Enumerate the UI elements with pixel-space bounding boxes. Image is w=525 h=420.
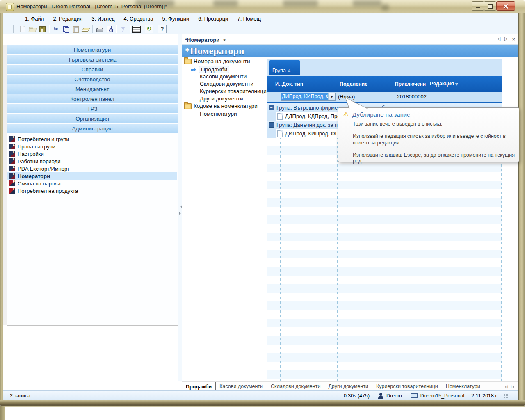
- toolbar-separator: [49, 25, 50, 33]
- minimize-button[interactable]: [472, 1, 484, 11]
- restore-button[interactable]: [484, 1, 496, 11]
- tab-numeratori[interactable]: *Номератори ×: [185, 36, 226, 44]
- column-header-redaktsiya[interactable]: Редакция ▽: [428, 81, 467, 87]
- tree-node-sales[interactable]: Продажби: [191, 66, 229, 73]
- form-icon: [9, 173, 15, 179]
- form-icon: [9, 151, 15, 157]
- database-icon: [411, 393, 418, 399]
- menu-file[interactable]: 1. Файл: [25, 16, 44, 22]
- group-by-button[interactable]: Група△: [269, 60, 300, 75]
- sidebar-section-spravki[interactable]: Справки: [7, 65, 178, 74]
- grid-view-icon[interactable]: [132, 26, 141, 33]
- tab-scroll-left-icon[interactable]: ◁: [497, 36, 500, 42]
- bottom-tab-warehouse-documents[interactable]: Складови документи: [267, 382, 324, 391]
- tree-node-cash-documents[interactable]: Касови документи: [200, 73, 247, 80]
- sidebar-section-schetovodstvo[interactable]: Счетоводство: [7, 75, 178, 84]
- sidebar-item-pda-export-import[interactable]: PDA Експорт/Импорт: [7, 165, 177, 172]
- sidebar-item-work-periods[interactable]: Работни периоди: [7, 158, 177, 165]
- menu-edit[interactable]: 2. Редакция: [53, 16, 82, 22]
- title-bar[interactable]: Номератори - Dreem Personal - [Dreem15_P…: [0, 0, 525, 13]
- sidebar-item-change-password[interactable]: Смяна на парола: [7, 180, 177, 187]
- restore-icon: [488, 4, 493, 9]
- group-by-band: Група△: [267, 59, 502, 76]
- bottom-tab-scroll-left-icon[interactable]: ◁: [505, 384, 508, 389]
- sidebar-item-numeratori[interactable]: Номератори: [7, 172, 177, 180]
- grid-header-row: И... Док. тип Поделение Приключени Редак…: [267, 76, 502, 92]
- bottom-tab-nomenclatures[interactable]: Номенклатури: [442, 382, 484, 391]
- column-gridline: [280, 138, 281, 381]
- bottom-tab-other-documents[interactable]: Други документи: [324, 382, 372, 391]
- status-bar: 2 записа 0.30s (475) Dreem Dreem15_Perso…: [3, 390, 518, 400]
- sidebar-section-kontrolen-panel[interactable]: Контролен панел: [7, 94, 178, 103]
- tree-node-courier-waybills[interactable]: Куриерски товарителници: [200, 88, 267, 94]
- bottom-tab-sales[interactable]: Продажби: [182, 382, 216, 391]
- tree-node-other-documents[interactable]: Други документи: [200, 96, 243, 102]
- priklyucheni-value: 2018000002: [395, 94, 427, 100]
- folder-icon: [184, 103, 192, 109]
- menu-windows[interactable]: 6. Прозорци: [198, 16, 228, 22]
- print-icon[interactable]: [95, 25, 105, 34]
- column-gridline: [395, 138, 395, 381]
- column-header-i[interactable]: И...: [267, 81, 280, 87]
- window-border-bottom: [0, 400, 525, 406]
- column-header-podelenie[interactable]: Поделение: [337, 81, 395, 87]
- column-gridline: [337, 138, 338, 381]
- tab-close-icon[interactable]: ×: [223, 37, 226, 43]
- sidebar-section-nomenklaturi[interactable]: Номенклатури: [7, 45, 178, 54]
- bottom-tab-strip: Продажби Касови документи Складови докум…: [182, 381, 518, 391]
- sidebar-item-product-user[interactable]: Потребител на продукта: [7, 187, 177, 194]
- column-gridline: [463, 138, 463, 381]
- sidebar-section-menidzhmant[interactable]: Мениджмънт: [7, 84, 178, 94]
- tree-node-document-numbers[interactable]: Номера на документи: [184, 58, 250, 64]
- page-title: *Номератори: [182, 46, 244, 57]
- tree-node-nomenclature-codes[interactable]: Кодове на номенклатури: [184, 103, 258, 109]
- tree-node-nomenclatures[interactable]: Номенклатури: [200, 111, 237, 117]
- collapse-group-icon[interactable]: −: [269, 105, 274, 110]
- new-document-icon[interactable]: [18, 25, 27, 34]
- filter-icon[interactable]: [119, 25, 128, 34]
- help-icon[interactable]: ?: [158, 25, 167, 33]
- refresh-icon[interactable]: ↻: [145, 25, 153, 33]
- column-header-priklyucheni[interactable]: Приключени: [395, 81, 428, 87]
- doc-type-combobox[interactable]: ДИПрод, КИПрод, ФПрод ▼: [281, 93, 336, 101]
- bottom-tab-scroll-right-icon[interactable]: ▷: [511, 384, 514, 389]
- tree-node-warehouse-documents[interactable]: Складови документи: [200, 81, 253, 87]
- sidebar-section-trz[interactable]: ТРЗ: [7, 104, 178, 113]
- form-icon: [9, 188, 15, 194]
- window-border-right: [518, 13, 525, 400]
- erase-icon[interactable]: [81, 25, 91, 34]
- sidebar-section-targovska-sistema[interactable]: Търговска система: [7, 55, 178, 64]
- menu-view[interactable]: 3. Изглед: [91, 16, 114, 22]
- bottom-tab-cash-documents[interactable]: Касови документи: [216, 382, 267, 391]
- warning-icon: ⚠: [343, 110, 349, 118]
- open-icon[interactable]: [27, 25, 37, 34]
- user-name: Dreem: [386, 393, 402, 399]
- menu-functions[interactable]: 5. Функции: [162, 16, 189, 22]
- tab-scroll-right-icon[interactable]: ▷: [504, 36, 508, 42]
- combobox-dropdown-button[interactable]: ▼: [328, 93, 335, 100]
- collapse-group-icon[interactable]: −: [269, 122, 274, 128]
- duplicate-record-tooltip: ⚠ Дублиране на запис Този запис вече е в…: [338, 107, 519, 162]
- sidebar-item-users-groups[interactable]: Потребители и групи: [7, 135, 177, 143]
- copy-icon[interactable]: [61, 25, 71, 34]
- tab-group-close-icon[interactable]: ×: [512, 36, 515, 42]
- sidebar-section-administratsiya[interactable]: Администрация: [7, 124, 178, 133]
- status-date: 2.11.2018 г.: [471, 393, 498, 399]
- save-icon[interactable]: [37, 25, 47, 34]
- bottom-tab-courier-waybills[interactable]: Куриерски товарителници: [372, 382, 442, 391]
- menu-tools[interactable]: 4. Средства: [124, 16, 153, 22]
- sidebar-item-group-rights[interactable]: Права на групи: [7, 143, 177, 150]
- menu-help[interactable]: 7. Помощ: [237, 16, 261, 22]
- page-title-banner: *Номератори: [182, 45, 518, 57]
- desktop-artifact: [353, 0, 381, 7]
- print-preview-icon[interactable]: [105, 25, 114, 34]
- close-button[interactable]: [496, 1, 515, 11]
- resize-grip[interactable]: [503, 393, 509, 398]
- cut-icon[interactable]: ✂: [51, 25, 61, 34]
- paste-icon[interactable]: [71, 25, 81, 34]
- sidebar-item-settings[interactable]: Настройки: [7, 150, 177, 158]
- sidebar-section-organizatsiya[interactable]: Организация: [7, 114, 178, 123]
- grid-edit-row[interactable]: ДИПрод, КИПрод, ФПрод ▼ (Няма) 201800000…: [267, 92, 502, 102]
- sort-ascending-icon: △: [288, 68, 290, 73]
- column-header-doc-type[interactable]: Док. тип: [280, 81, 337, 87]
